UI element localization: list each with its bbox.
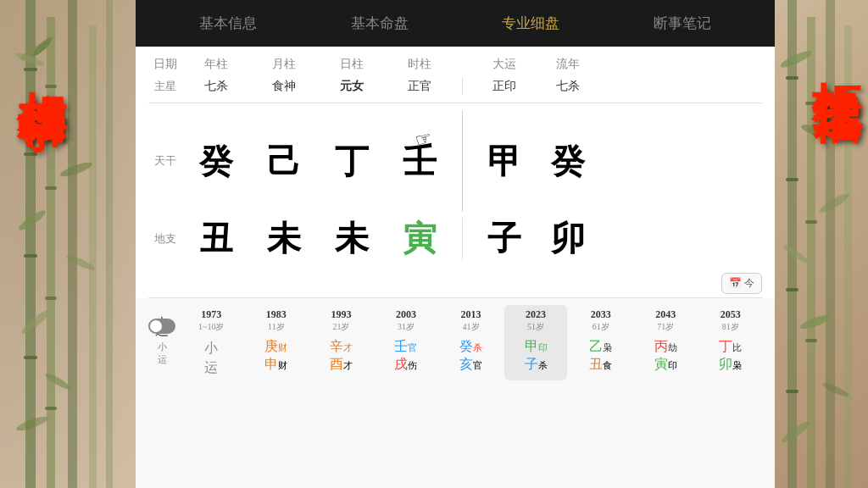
dayun-lower-tag-3: 伤 xyxy=(408,359,417,372)
dayun-lower-tag-8: 枭 xyxy=(732,359,742,372)
dayun-label-area: 大 运 小运 xyxy=(148,305,175,366)
nav-item-pro-chart[interactable]: 专业细盘 xyxy=(493,12,568,35)
tiangan-row: 天干 癸 己 丁 壬 甲 癸 xyxy=(148,110,762,212)
today-button[interactable]: 📅 今 xyxy=(721,273,762,294)
svg-rect-24 xyxy=(0,0,136,488)
col-header-riqi: 日期 xyxy=(148,55,182,74)
col-headers-row: 日期 年柱 月柱 日柱 时柱 大运 流年 xyxy=(148,55,762,74)
dayun-lower-char-1: 申 xyxy=(264,356,278,374)
nav-item-notes[interactable]: 断事笔记 xyxy=(645,12,720,35)
right-slogan: 拒绝迷信 xyxy=(812,42,861,59)
dayun-year-8: 2053 xyxy=(721,308,741,321)
dayun-age-8: 81岁 xyxy=(722,321,739,333)
dizhi-nian: 丑 xyxy=(182,215,250,262)
dayun-upper-char-8: 丁 xyxy=(719,338,732,356)
dayun-year-0: 1973 xyxy=(201,308,221,321)
dayun-col-5: 2023 51岁 甲印 子杀 xyxy=(504,305,568,380)
left-slogan: 相信科学 xyxy=(17,51,66,68)
zhuxing-dayun: 正印 xyxy=(470,77,538,96)
dayun-upper-tag-4: 杀 xyxy=(473,341,482,354)
dayun-age-3: 31岁 xyxy=(398,321,415,333)
dayun-col-2: 1993 21岁 辛才 酉才 xyxy=(309,305,373,380)
dayun-age-7: 71岁 xyxy=(657,321,674,333)
dayun-year-5: 2023 xyxy=(526,308,546,321)
dayun-lower-tag-6: 食 xyxy=(603,359,612,372)
dayun-lower-tag-1: 财 xyxy=(278,359,287,372)
bamboo-left-decoration xyxy=(0,0,136,488)
dayun-age-2: 21岁 xyxy=(332,321,349,333)
dayun-year-7: 2043 xyxy=(655,308,676,321)
dizhi-yue: 未 xyxy=(250,215,318,262)
tiangan-yue: 己 xyxy=(250,138,318,185)
nav-bar: 基本信息 基本命盘 专业细盘 断事笔记 xyxy=(136,0,775,47)
dayun-char-small-0: 小 xyxy=(204,340,218,358)
dayun-year-6: 2033 xyxy=(591,308,611,321)
calendar-icon: 📅 xyxy=(729,277,742,290)
dayun-year-4: 2013 xyxy=(461,308,481,321)
dayun-char-yun-0: 运 xyxy=(204,359,218,377)
dayun-age-6: 61岁 xyxy=(593,321,609,333)
main-content-area: 基本信息 基本命盘 专业细盘 断事笔记 日期 年柱 月柱 日柱 时柱 大运 流年… xyxy=(136,0,775,488)
dayun-lower-tag-5: 杀 xyxy=(538,359,548,372)
dayun-lower-char-4: 亥 xyxy=(459,356,473,374)
dizhi-liunian: 卯 xyxy=(538,215,598,262)
today-bar: 📅 今 xyxy=(136,269,775,297)
col-header-shizhu: 时柱 xyxy=(386,55,453,74)
tiangan-nian: 癸 xyxy=(182,138,250,185)
divider xyxy=(453,78,470,95)
dayun-upper-tag-6: 枭 xyxy=(603,341,612,354)
dayun-upper-tag-7: 劫 xyxy=(668,341,677,354)
dizhi-dayun: 子 xyxy=(470,215,538,262)
svg-rect-33 xyxy=(805,102,817,105)
dayun-lower-char-2: 酉 xyxy=(330,356,343,374)
svg-rect-32 xyxy=(786,390,798,393)
col-header-liunian: 流年 xyxy=(538,55,598,74)
zhuxing-nian: 七杀 xyxy=(182,77,250,96)
tiangan-liunian: 癸 xyxy=(538,138,598,185)
dayun-cols: 1973 1~10岁 小 运 1983 11岁 庚财 xyxy=(180,305,762,380)
dayun-upper-tag-5: 印 xyxy=(538,341,548,354)
svg-rect-25 xyxy=(787,0,797,488)
svg-rect-30 xyxy=(786,178,798,181)
zhuxing-shi: 正官 xyxy=(386,77,453,96)
bamboo-right-decoration xyxy=(775,0,868,488)
dayun-lower-char-8: 卯 xyxy=(719,356,732,374)
zhuxing-row: 主星 七杀 食神 元女 正官 正印 七杀 xyxy=(148,77,762,96)
zhuxing-liunian: 七杀 xyxy=(538,77,598,96)
col-header-rizhu: 日柱 xyxy=(318,55,386,74)
zhuxing-yue: 食神 xyxy=(250,77,318,96)
content-body: 日期 年柱 月柱 日柱 时柱 大运 流年 主星 七杀 食神 元女 正官 正印 七… xyxy=(136,47,775,488)
zhuxing-ri: 元女 xyxy=(318,77,386,96)
dayun-upper-char-7: 丙 xyxy=(654,338,668,356)
dizhi-label: 地支 xyxy=(148,231,182,247)
dayun-upper-char-1: 庚 xyxy=(264,338,278,356)
dayun-age-0: 1~10岁 xyxy=(198,321,224,333)
dayun-upper-char-5: 甲 xyxy=(525,338,538,356)
dayun-upper-tag-1: 财 xyxy=(278,341,287,354)
svg-rect-26 xyxy=(807,17,815,488)
dayun-lower-char-3: 戌 xyxy=(394,356,408,374)
dayun-col-0: 1973 1~10岁 小 运 xyxy=(180,305,243,380)
svg-rect-34 xyxy=(805,220,817,224)
svg-rect-28 xyxy=(844,25,852,488)
dayun-upper-tag-8: 比 xyxy=(732,341,742,354)
dizhi-ri: 未 xyxy=(318,215,386,262)
divider-3 xyxy=(453,218,470,260)
dayun-age-4: 41岁 xyxy=(463,321,480,333)
nav-item-basic-chart[interactable]: 基本命盘 xyxy=(342,12,417,35)
dizhi-shi: 寅 xyxy=(386,215,453,262)
dayun-age-5: 51岁 xyxy=(527,321,544,333)
nav-item-basic-info[interactable]: 基本信息 xyxy=(191,12,265,35)
dayun-toggle[interactable] xyxy=(148,319,175,334)
tiangan-label: 天干 xyxy=(148,153,182,169)
dayun-upper-char-3: 壬 xyxy=(394,338,408,356)
dayun-year-2: 1993 xyxy=(331,308,351,321)
dayun-col-4: 2013 41岁 癸杀 亥官 xyxy=(439,305,503,380)
divider-2 xyxy=(453,110,470,212)
xiao-yun-label: 小运 xyxy=(158,341,167,366)
dayun-age-1: 11岁 xyxy=(268,321,285,333)
dayun-col-8: 2053 81岁 丁比 卯枭 xyxy=(699,305,763,380)
svg-rect-31 xyxy=(786,288,798,291)
tiangan-ri: 丁 xyxy=(318,138,386,185)
dizhi-row: 地支 丑 未 未 寅 子 卯 xyxy=(148,215,762,262)
